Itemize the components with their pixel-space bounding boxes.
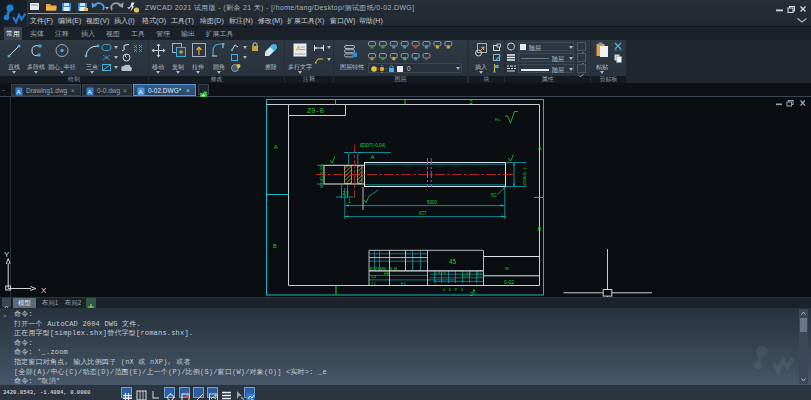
svg-text:A: A xyxy=(538,145,542,151)
svg-text:5000: 5000 xyxy=(427,200,438,205)
svg-text:1 8 4 8: 1 8 4 8 xyxy=(435,271,446,275)
svg-text:B: B xyxy=(273,243,277,249)
svg-text:2: 2 xyxy=(470,99,473,105)
svg-text:0-02: 0-02 xyxy=(504,279,514,285)
svg-text:X: X xyxy=(41,286,47,295)
svg-text:2.5: 2.5 xyxy=(343,191,350,196)
svg-text:Ø30f7(-0.04): Ø30f7(-0.04) xyxy=(360,143,386,148)
svg-text:3.4: 3.4 xyxy=(371,275,376,279)
svg-text:Ø24f7(-0.02): Ø24f7(-0.02) xyxy=(319,164,324,188)
svg-text:Ra: Ra xyxy=(495,117,501,122)
svg-text:W: W xyxy=(505,266,509,271)
svg-text:677: 677 xyxy=(419,211,427,216)
svg-text:4 6 P 4: 4 6 P 4 xyxy=(443,288,463,292)
svg-text:A: A xyxy=(274,144,278,150)
svg-text:A: A xyxy=(17,88,21,94)
svg-text:A: A xyxy=(139,88,143,94)
svg-text:T 1: T 1 xyxy=(371,282,376,286)
svg-text:Z0-0: Z0-0 xyxy=(307,107,324,115)
svg-text:HE: HE xyxy=(384,271,390,276)
svg-text:A: A xyxy=(88,88,92,94)
svg-text:1: 1 xyxy=(349,199,352,204)
svg-text:F 1: F 1 xyxy=(401,282,406,286)
svg-text:45: 45 xyxy=(449,258,457,265)
svg-text:B: B xyxy=(538,226,542,232)
svg-text:A: A xyxy=(370,154,375,160)
svg-text:12:41: 12:41 xyxy=(462,274,471,278)
svg-text:1:1: 1:1 xyxy=(477,274,482,278)
svg-text:5C: 5C xyxy=(491,193,498,198)
svg-text:Y: Y xyxy=(4,250,10,259)
svg-text:Ø25k6(··): Ø25k6(··) xyxy=(522,167,527,186)
svg-text:M M KMM W M: M M KMM W M xyxy=(370,267,397,271)
svg-text:A: A xyxy=(296,44,302,53)
